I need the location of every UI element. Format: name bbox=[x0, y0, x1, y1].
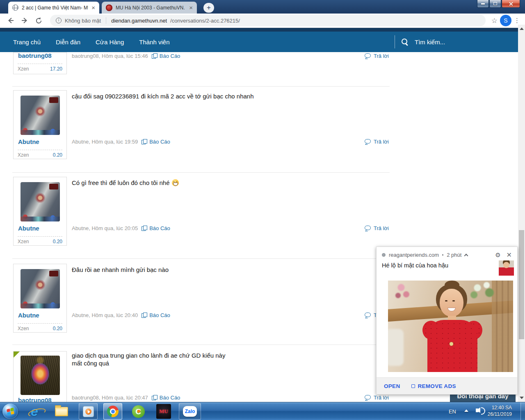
post-author-box: baotrung08 bbox=[13, 351, 67, 402]
zalo-icon: Zalo bbox=[183, 406, 197, 417]
reply-icon bbox=[365, 395, 372, 400]
post-meta-row: Abutne, Hôm qua, lúc 20:40 Báo Cáo bbox=[72, 312, 170, 318]
report-link[interactable]: Báo Cáo bbox=[142, 225, 170, 231]
info-icon[interactable] bbox=[56, 18, 62, 23]
reply-link[interactable]: Trả lời bbox=[365, 139, 389, 145]
ad-photo[interactable] bbox=[388, 281, 513, 372]
restore-button[interactable] bbox=[489, 0, 501, 8]
report-link[interactable]: Báo Cáo bbox=[152, 53, 180, 59]
nav-item-home[interactable]: Trang chủ bbox=[13, 39, 41, 46]
back-button[interactable] bbox=[5, 15, 16, 26]
ad-notification-popup: reagantperiends.com 2 phút ⚙ ✕ Hé lộ bí … bbox=[376, 247, 518, 395]
reply-link[interactable]: Trả lời bbox=[365, 53, 389, 59]
new-tab-button[interactable]: + bbox=[203, 3, 214, 13]
report-link[interactable]: Báo Cáo bbox=[152, 395, 180, 401]
nav-item-members[interactable]: Thành viên bbox=[139, 39, 169, 46]
post-divider bbox=[12, 258, 390, 259]
ad-source: reagantperiends.com bbox=[389, 252, 439, 258]
forward-icon bbox=[21, 16, 29, 25]
avatar[interactable] bbox=[21, 182, 60, 221]
post-author-link[interactable]: baotrung08 bbox=[18, 397, 52, 402]
folder-icon bbox=[55, 407, 68, 416]
post-meta: baotrung08, Hôm qua, lúc 15:46 bbox=[72, 53, 148, 59]
photo-flowers bbox=[393, 281, 413, 304]
coc-coc-icon: C bbox=[132, 405, 145, 418]
scroll-down-arrow[interactable] bbox=[520, 397, 524, 399]
notification-settings-icon[interactable]: ⚙ bbox=[495, 251, 500, 259]
post-author-box: Abutne Xzen 0.20 bbox=[13, 90, 67, 159]
tab-current-page[interactable]: 2 acc | Game thủ Việt Nam- MU H × bbox=[8, 2, 99, 14]
reply-link[interactable]: Trả lời bbox=[365, 395, 389, 401]
post-author-link[interactable]: Abutne bbox=[18, 225, 39, 232]
show-desktop-button[interactable] bbox=[520, 402, 525, 420]
tab-close-icon[interactable]: × bbox=[91, 5, 95, 11]
taskbar-chrome[interactable] bbox=[103, 403, 122, 420]
post-message-line: mất công quá bbox=[72, 359, 388, 367]
speaker-icon[interactable] bbox=[476, 409, 479, 412]
collapse-caret-icon[interactable] bbox=[464, 254, 468, 258]
scrollbar-thumb[interactable] bbox=[519, 230, 524, 339]
taskbar-coc-coc[interactable]: C bbox=[130, 403, 147, 420]
refresh-button[interactable] bbox=[33, 15, 44, 26]
close-button[interactable] bbox=[502, 0, 520, 8]
report-link[interactable]: Báo Cáo bbox=[142, 139, 170, 145]
stat-value: 0.20 bbox=[53, 239, 62, 244]
post-author-link[interactable]: Abutne bbox=[18, 312, 39, 319]
search-area[interactable]: Tìm kiếm... bbox=[395, 32, 445, 52]
notification-close-icon[interactable]: ✕ bbox=[507, 251, 512, 259]
author-stats: Xzen 0.20 bbox=[18, 150, 62, 158]
photo-face bbox=[440, 289, 463, 317]
avatar[interactable] bbox=[21, 96, 60, 135]
grin-emoji-icon bbox=[172, 179, 179, 186]
reply-link[interactable]: Trả lời bbox=[365, 225, 389, 231]
minimize-button[interactable] bbox=[477, 0, 489, 8]
ad-title[interactable]: Hé lộ bí mật của hoa hậu bbox=[382, 262, 497, 269]
avatar[interactable] bbox=[21, 269, 60, 308]
clock-date: 26/11/2019 bbox=[488, 411, 512, 418]
browser-menu-icon[interactable]: ⋮ bbox=[514, 17, 520, 24]
tab-mu-hanoi[interactable]: MU Hà Nội 2003 - GamethuVN.n × bbox=[102, 2, 197, 14]
security-label: Không bảo mật bbox=[65, 18, 101, 24]
reply-icon bbox=[365, 226, 372, 231]
profile-avatar[interactable]: S bbox=[500, 15, 511, 26]
nav-item-forums[interactable]: Diễn đàn bbox=[56, 39, 80, 46]
page-scrollbar[interactable] bbox=[518, 25, 525, 402]
address-bar[interactable]: Không bảo mật diendan.gamethuvn.net/conv… bbox=[50, 15, 486, 26]
bookmark-star-icon[interactable]: ☆ bbox=[491, 16, 498, 25]
tab-title: 2 acc | Game thủ Việt Nam- MU H bbox=[22, 5, 88, 11]
start-button[interactable] bbox=[2, 404, 18, 419]
reply-icon bbox=[365, 313, 372, 318]
post-author-link[interactable]: baotrung08 bbox=[18, 52, 52, 59]
refresh-icon bbox=[35, 17, 43, 25]
search-placeholder: Tìm kiếm... bbox=[415, 39, 445, 46]
report-link[interactable]: Báo Cáo bbox=[142, 312, 170, 318]
post-meta: baotrung08, Hôm qua, lúc 20:47 bbox=[72, 395, 148, 401]
taskbar-internet-explorer[interactable]: e bbox=[26, 403, 43, 420]
taskbar-mu-game[interactable]: MU bbox=[154, 403, 173, 420]
forward-button[interactable] bbox=[19, 15, 30, 26]
tray-expand-icon[interactable] bbox=[464, 409, 468, 412]
taskbar-media-player[interactable] bbox=[79, 403, 98, 420]
nav-item-shop[interactable]: Cửa Hàng bbox=[96, 39, 124, 46]
site-header-strip bbox=[0, 28, 518, 32]
photo-flowers bbox=[469, 281, 498, 301]
search-icon[interactable] bbox=[401, 38, 409, 46]
restore-icon bbox=[493, 2, 497, 5]
tab-close-icon[interactable]: × bbox=[189, 5, 193, 11]
author-stats: Xzen 0.20 bbox=[18, 236, 62, 244]
stat-label: Xzen bbox=[18, 152, 29, 158]
taskbar-zalo[interactable]: Zalo bbox=[179, 403, 201, 420]
photo-red-dress bbox=[427, 320, 477, 372]
avatar[interactable] bbox=[21, 356, 60, 395]
post-author-link[interactable]: Abutne bbox=[18, 138, 39, 145]
internet-explorer-icon: e bbox=[31, 405, 38, 418]
clock-time: 12:40 SA bbox=[488, 404, 512, 411]
ad-remove-button[interactable]: REMOVE ADS bbox=[411, 383, 456, 389]
stat-value: 17.20 bbox=[50, 66, 62, 72]
scroll-up-arrow[interactable] bbox=[520, 27, 524, 30]
taskbar-file-explorer[interactable] bbox=[53, 403, 70, 420]
taskbar-clock[interactable]: 12:40 SA 26/11/2019 bbox=[488, 404, 512, 418]
language-indicator[interactable]: EN bbox=[449, 402, 456, 420]
ad-open-button[interactable]: OPEN bbox=[384, 383, 400, 389]
ad-thumbnail[interactable] bbox=[499, 260, 514, 276]
